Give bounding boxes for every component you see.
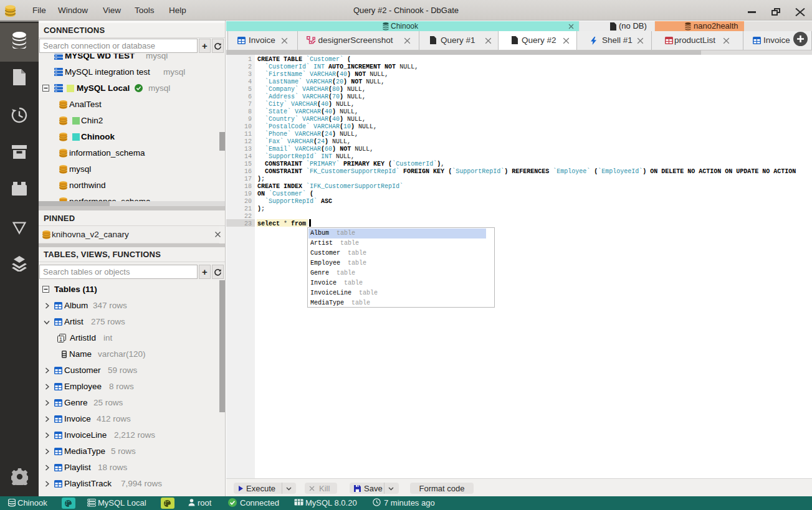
svg-text:1: 1 xyxy=(59,336,62,342)
